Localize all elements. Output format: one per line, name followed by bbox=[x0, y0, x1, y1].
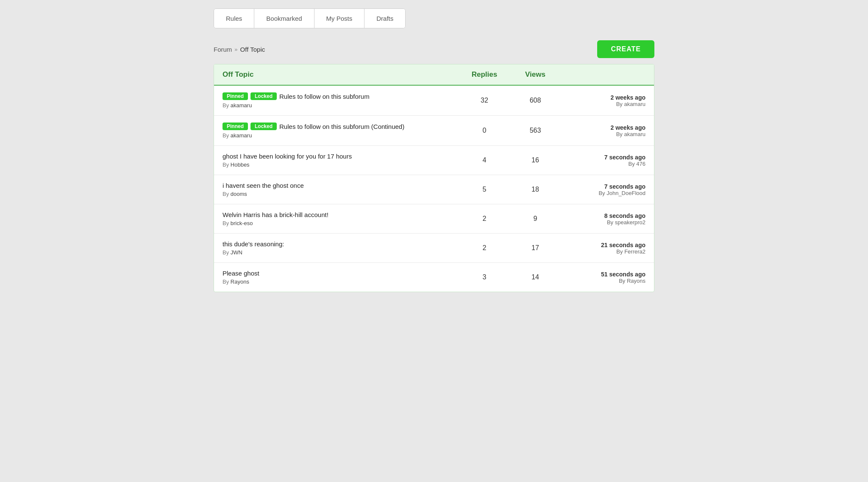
post-replies: 3 bbox=[459, 273, 510, 281]
breadcrumb-separator: » bbox=[234, 46, 237, 53]
post-views: 17 bbox=[510, 244, 561, 252]
post-last-activity: 8 seconds agoBy speakerpro2 bbox=[561, 212, 645, 226]
post-badges: PinnedLockedRules to follow on this subf… bbox=[223, 92, 459, 100]
tab-drafts[interactable]: Drafts bbox=[364, 9, 405, 28]
tab-rules[interactable]: Rules bbox=[214, 9, 254, 28]
post-replies: 2 bbox=[459, 244, 510, 252]
post-last-activity: 21 seconds agoBy Ferrera2 bbox=[561, 242, 645, 255]
create-button[interactable]: CREATE bbox=[597, 40, 654, 58]
post-author: By JWN bbox=[223, 249, 459, 256]
post-title: this dude's reasoning: bbox=[223, 240, 284, 248]
post-author: By brick-eso bbox=[223, 220, 459, 226]
post-last-activity: 7 seconds agoBy John_DoeFlood bbox=[561, 183, 645, 196]
badge-pinned: Pinned bbox=[223, 92, 248, 100]
post-title-area: Please ghostBy Rayons bbox=[223, 270, 459, 285]
table-row[interactable]: Welvin Harris has a brick-hill account!B… bbox=[214, 204, 654, 234]
post-last-activity: 7 seconds agoBy 476 bbox=[561, 154, 645, 167]
post-title: ghost I have been looking for you for 17… bbox=[223, 153, 352, 160]
post-author: By dooms bbox=[223, 191, 459, 197]
post-author: By akamaru bbox=[223, 102, 459, 109]
post-views: 14 bbox=[510, 273, 561, 281]
header-replies: Replies bbox=[459, 70, 510, 79]
post-title: Please ghost bbox=[223, 270, 259, 277]
forum-table-header: Off Topic Replies Views bbox=[214, 64, 654, 86]
post-replies: 5 bbox=[459, 186, 510, 193]
breadcrumb-current: Off Topic bbox=[240, 46, 265, 53]
table-row[interactable]: i havent seen the ghost onceBy dooms5187… bbox=[214, 175, 654, 204]
post-views: 9 bbox=[510, 215, 561, 223]
table-row[interactable]: this dude's reasoning:By JWN21721 second… bbox=[214, 234, 654, 263]
tab-my-posts[interactable]: My Posts bbox=[314, 9, 365, 28]
header-title: Off Topic bbox=[223, 70, 459, 79]
forum-table: Off Topic Replies Views PinnedLockedRule… bbox=[214, 64, 654, 292]
breadcrumb: Forum » Off Topic bbox=[214, 46, 265, 53]
badge-locked: Locked bbox=[250, 123, 277, 130]
post-views: 16 bbox=[510, 156, 561, 164]
tabs-bar: RulesBookmarkedMy PostsDrafts bbox=[214, 8, 406, 28]
post-title-area: this dude's reasoning:By JWN bbox=[223, 240, 459, 256]
post-author: By akamaru bbox=[223, 132, 459, 139]
post-views: 608 bbox=[510, 97, 561, 104]
post-replies: 32 bbox=[459, 97, 510, 104]
post-author: By Hobbes bbox=[223, 162, 459, 168]
post-title: Rules to follow on this subforum (Contin… bbox=[279, 123, 404, 130]
tab-bookmarked[interactable]: Bookmarked bbox=[254, 9, 314, 28]
post-badges: PinnedLockedRules to follow on this subf… bbox=[223, 123, 459, 130]
post-replies: 0 bbox=[459, 127, 510, 134]
post-title: Rules to follow on this subforum bbox=[279, 93, 370, 100]
post-last-activity: 2 weeks agoBy akamaru bbox=[561, 94, 645, 107]
breadcrumb-parent[interactable]: Forum bbox=[214, 46, 232, 53]
badge-pinned: Pinned bbox=[223, 123, 248, 130]
badge-locked: Locked bbox=[250, 92, 277, 100]
table-row[interactable]: PinnedLockedRules to follow on this subf… bbox=[214, 86, 654, 116]
post-views: 18 bbox=[510, 186, 561, 193]
header-last bbox=[561, 70, 645, 79]
post-title-area: PinnedLockedRules to follow on this subf… bbox=[223, 123, 459, 139]
post-title-area: PinnedLockedRules to follow on this subf… bbox=[223, 92, 459, 109]
post-last-activity: 2 weeks agoBy akamaru bbox=[561, 124, 645, 137]
post-replies: 2 bbox=[459, 215, 510, 223]
table-row[interactable]: Please ghostBy Rayons31451 seconds agoBy… bbox=[214, 263, 654, 292]
post-title-area: i havent seen the ghost onceBy dooms bbox=[223, 182, 459, 197]
post-author: By Rayons bbox=[223, 279, 459, 285]
table-row[interactable]: ghost I have been looking for you for 17… bbox=[214, 146, 654, 175]
post-replies: 4 bbox=[459, 156, 510, 164]
table-row[interactable]: PinnedLockedRules to follow on this subf… bbox=[214, 116, 654, 146]
header-views: Views bbox=[510, 70, 561, 79]
post-title-area: Welvin Harris has a brick-hill account!B… bbox=[223, 211, 459, 226]
post-title-area: ghost I have been looking for you for 17… bbox=[223, 153, 459, 168]
post-last-activity: 51 seconds agoBy Rayons bbox=[561, 271, 645, 284]
post-title: i havent seen the ghost once bbox=[223, 182, 304, 189]
post-views: 563 bbox=[510, 127, 561, 134]
post-title: Welvin Harris has a brick-hill account! bbox=[223, 211, 328, 218]
posts-list: PinnedLockedRules to follow on this subf… bbox=[214, 86, 654, 292]
breadcrumb-row: Forum » Off Topic CREATE bbox=[214, 40, 654, 58]
